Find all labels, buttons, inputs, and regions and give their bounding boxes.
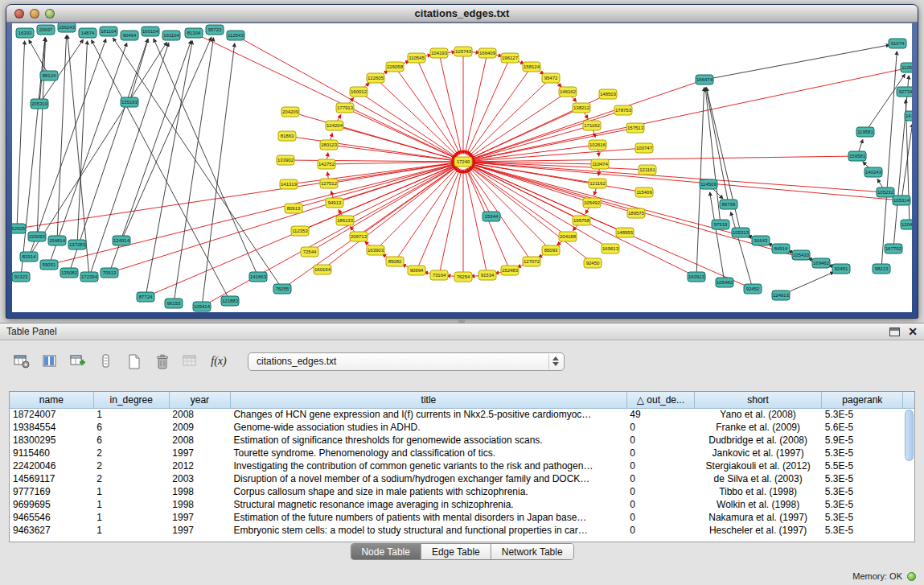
zoom-window-icon[interactable] — [45, 9, 55, 19]
delete-icon[interactable] — [152, 351, 173, 372]
cell-year[interactable]: 2009 — [169, 421, 230, 434]
cell-pagerank[interactable]: 5.3E-5 — [822, 498, 903, 511]
table-row[interactable]: 946362711997Embryonic stem cells: a mode… — [10, 524, 914, 537]
cell-title[interactable]: Estimation of the future numbers of pati… — [230, 511, 626, 524]
graph-edge[interactable] — [469, 167, 551, 250]
cell-in_degree[interactable]: 6 — [93, 434, 169, 447]
graph-edge[interactable] — [326, 162, 455, 164]
graph-edge[interactable] — [285, 160, 455, 162]
table-settings-icon[interactable] — [11, 351, 32, 372]
graph-edge[interactable] — [92, 40, 230, 301]
graph-edge[interactable] — [154, 39, 258, 277]
cell-title[interactable]: Investigating the contribution of common… — [230, 459, 626, 472]
network-graph[interactable]: 1724011047412116210549219575820418885093… — [12, 23, 912, 312]
column-chooser-icon[interactable] — [39, 351, 60, 372]
network-canvas[interactable]: 1724011047412116210549219575820418885093… — [12, 23, 912, 312]
cell-name[interactable]: 9463627 — [10, 524, 93, 537]
cell-out_degree[interactable]: 0 — [626, 459, 694, 472]
cell-title[interactable]: Embryonic stem cells: a model to study s… — [230, 524, 626, 537]
graph-edge[interactable] — [129, 39, 148, 102]
column-header-out_degree[interactable]: △ out_de... — [626, 392, 694, 408]
cell-out_degree[interactable]: 0 — [626, 498, 694, 511]
graph-edge[interactable] — [706, 88, 741, 233]
cell-short[interactable]: Nakamura et al. (1997) — [694, 511, 821, 524]
graph-edge[interactable] — [465, 170, 487, 275]
new-document-icon[interactable] — [124, 351, 145, 372]
tab-node-table[interactable]: Node Table — [351, 544, 421, 559]
cell-title[interactable]: Corpus callosum shape and size in male p… — [230, 485, 626, 498]
graph-edge[interactable] — [77, 41, 88, 245]
graph-edge[interactable] — [471, 163, 885, 192]
cell-out_degree[interactable]: 0 — [626, 421, 694, 434]
column-header-pagerank[interactable]: pagerank — [822, 392, 903, 408]
graph-edge[interactable] — [471, 164, 821, 263]
cell-out_degree[interactable]: 0 — [626, 524, 694, 537]
cell-name[interactable]: 22420046 — [10, 459, 93, 472]
tab-network-table[interactable]: Network Table — [491, 544, 573, 559]
cell-title[interactable]: Structural magnetic resonance image aver… — [230, 498, 626, 511]
cell-pagerank[interactable]: 5.3E-5 — [822, 472, 903, 485]
cell-out_degree[interactable]: 0 — [626, 447, 694, 459]
cell-in_degree[interactable]: 1 — [93, 524, 169, 537]
cell-name[interactable]: 9699695 — [10, 498, 93, 511]
cell-name[interactable]: 19384554 — [10, 421, 93, 434]
cell-title[interactable]: Genome-wide association studies in ADHD. — [230, 421, 626, 434]
close-panel-icon[interactable]: ✕ — [908, 326, 918, 337]
cell-out_degree[interactable]: 0 — [626, 485, 694, 498]
table-row[interactable]: 1872400712008Changes of HCN gene express… — [10, 408, 914, 421]
new-column-icon[interactable] — [68, 351, 88, 372]
tab-edge-table[interactable]: Edge Table — [421, 544, 491, 559]
cell-short[interactable]: Stergiakouli et al. (2012) — [694, 459, 821, 472]
graph-edge[interactable] — [470, 80, 704, 159]
cell-in_degree[interactable]: 2 — [93, 447, 169, 459]
column-header-name[interactable]: name — [10, 392, 93, 408]
graph-edge[interactable] — [470, 92, 568, 157]
cell-out_degree[interactable]: 0 — [626, 434, 694, 447]
cell-pagerank[interactable]: 5.3E-5 — [822, 408, 903, 421]
table-row[interactable]: 969969511998Structural magnetic resonanc… — [10, 498, 914, 511]
close-window-icon[interactable] — [14, 9, 24, 19]
graph-edge[interactable] — [865, 74, 905, 132]
table-selector-dropdown[interactable]: citations_edges.txt — [248, 352, 565, 371]
cell-out_degree[interactable]: 0 — [626, 511, 694, 524]
row-selector-icon[interactable] — [96, 351, 117, 372]
table-row[interactable]: 2242004622012Investigating the contribut… — [10, 459, 914, 472]
cell-title[interactable]: Disruption of a novel member of a sodium… — [230, 472, 626, 485]
cell-short[interactable]: Franke et al. (2009) — [694, 421, 821, 434]
graph-edge[interactable] — [29, 40, 49, 76]
graph-edge[interactable] — [329, 145, 455, 161]
cell-in_degree[interactable]: 1 — [93, 485, 169, 498]
graph-edge[interactable] — [194, 33, 456, 159]
cell-in_degree[interactable]: 1 — [93, 498, 169, 511]
cell-year[interactable]: 1997 — [169, 524, 230, 537]
graph-edge[interactable] — [439, 170, 462, 275]
cell-in_degree[interactable]: 2 — [93, 472, 169, 485]
cell-short[interactable]: Jankovic et al. (1997) — [694, 447, 821, 459]
cell-short[interactable]: de Silva et al. (2003) — [694, 472, 821, 485]
float-panel-icon[interactable] — [889, 328, 900, 336]
cell-short[interactable]: Yano et al. (2008) — [694, 408, 821, 421]
cell-pagerank[interactable]: 5.3E-5 — [822, 485, 903, 498]
cell-pagerank[interactable]: 5.3E-5 — [822, 524, 903, 537]
window-titlebar[interactable]: citations_edges.txt — [6, 5, 918, 23]
cell-pagerank[interactable]: 5.5E-5 — [822, 459, 903, 472]
column-header-year[interactable]: year — [169, 392, 230, 408]
function-builder-icon[interactable]: f(x) — [208, 351, 229, 372]
column-header-title[interactable]: title — [230, 392, 626, 408]
cell-year[interactable]: 1997 — [169, 511, 230, 524]
cell-pagerank[interactable]: 5.9E-5 — [822, 434, 903, 447]
cell-name[interactable]: 18300295 — [10, 434, 93, 447]
cell-pagerank[interactable]: 5.3E-5 — [822, 511, 903, 524]
cell-year[interactable]: 2008 — [169, 434, 230, 447]
graph-edge[interactable] — [471, 164, 636, 213]
import-table-icon[interactable] — [180, 351, 201, 372]
cell-name[interactable]: 14569117 — [10, 472, 93, 485]
minimize-window-icon[interactable] — [30, 9, 39, 19]
cell-name[interactable]: 18724007 — [10, 408, 93, 421]
cell-out_degree[interactable]: 49 — [626, 408, 694, 421]
cell-name[interactable]: 9777169 — [10, 485, 93, 498]
cell-pagerank[interactable]: 5.6E-5 — [822, 421, 903, 434]
graph-edge[interactable] — [17, 41, 25, 229]
graph-edge[interactable] — [376, 78, 458, 156]
cell-in_degree[interactable]: 1 — [93, 511, 169, 524]
